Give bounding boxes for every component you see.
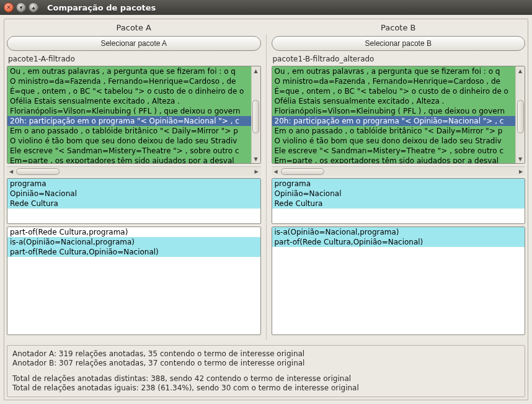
text-row[interactable]: O ministro=da=Fazenda , Fernando=Henriqu… bbox=[7, 76, 251, 86]
scroll-right-icon[interactable]: ▶ bbox=[516, 167, 525, 176]
relation-row[interactable]: part-of(Rede Cultura,Opinião=Nacional) bbox=[7, 247, 260, 257]
term-row[interactable]: Rede Cultura bbox=[7, 199, 260, 209]
scroll-thumb[interactable] bbox=[252, 100, 259, 133]
minimize-icon[interactable]: ▾ bbox=[16, 2, 26, 12]
term-row[interactable]: programa bbox=[7, 179, 260, 189]
panel-a-header: Pacote A bbox=[7, 22, 261, 34]
panel-a-text-list[interactable]: Ou , em outras palavras , a pergunta que… bbox=[7, 66, 261, 164]
stats-box: Anotador A: 319 relações anotadas, 35 co… bbox=[7, 345, 525, 397]
relation-row[interactable]: is-a(Opinião=Nacional,programa) bbox=[7, 237, 260, 247]
text-row[interactable]: O ministro=da=Fazenda , Fernando=Henriqu… bbox=[272, 76, 516, 86]
text-row[interactable]: Em=parte , os exportadores têm sido ajud… bbox=[272, 156, 516, 163]
panel-a-filename: pacote1-A-filtrado bbox=[7, 53, 261, 63]
panel-a: Pacote A Selecionar pacote A pacote1-A-f… bbox=[7, 22, 261, 343]
panel-b-header: Pacote B bbox=[272, 22, 526, 34]
horizontal-scrollbar[interactable]: ◀ ▶ bbox=[7, 166, 261, 176]
term-row[interactable]: programa bbox=[272, 179, 525, 189]
panel-a-relations-list[interactable]: part-of(Rede Cultura,programa)is-a(Opini… bbox=[7, 227, 261, 335]
panels-container: Pacote A Selecionar pacote A pacote1-A-f… bbox=[7, 22, 525, 343]
window-title: Comparação de pacotes bbox=[47, 3, 156, 12]
text-row[interactable]: Ofélia Estais sensualmente excitado , Al… bbox=[272, 96, 516, 106]
relation-row[interactable]: is-a(Opinião=Nacional,programa) bbox=[272, 227, 525, 237]
vertical-scrollbar[interactable]: ▲ ▼ bbox=[251, 66, 260, 163]
panel-b: Pacote B Selecionar pacote B pacote1-B-f… bbox=[272, 22, 526, 343]
panel-b-terms-list[interactable]: programaOpinião=NacionalRede Cultura bbox=[272, 178, 526, 224]
text-row[interactable]: Ofélia Estais sensualmente excitado , Al… bbox=[7, 96, 251, 106]
text-row[interactable]: O violino é tão bom que seu dono deixou … bbox=[7, 136, 251, 146]
panel-divider bbox=[266, 34, 267, 340]
select-package-b-button[interactable]: Selecionar pacote B bbox=[272, 36, 526, 51]
scroll-left-icon[interactable]: ◀ bbox=[7, 167, 16, 176]
scroll-thumb[interactable] bbox=[281, 168, 324, 175]
text-row[interactable]: É=que , ontem , o BC "< tabelou "> o cus… bbox=[7, 86, 251, 96]
term-row[interactable]: Opinião=Nacional bbox=[272, 189, 525, 199]
text-row[interactable]: Ou , em outras palavras , a pergunta que… bbox=[272, 66, 516, 76]
stats-line: Total de relações anotadas iguais: 238 (… bbox=[12, 384, 520, 393]
text-row[interactable]: Ele escreve "< Sandman=Mistery=Theatre "… bbox=[7, 146, 251, 156]
stats-line: Anotador B: 307 relações anotadas, 37 co… bbox=[12, 359, 520, 368]
panel-b-filename: pacote1-B-filtrado_alterado bbox=[272, 53, 526, 63]
vertical-scrollbar[interactable]: ▲ ▼ bbox=[515, 66, 525, 163]
scroll-up-icon[interactable]: ▲ bbox=[252, 66, 260, 75]
text-row[interactable]: Florianópolis=Vilson=Kleinubing ( PFL ) … bbox=[272, 106, 516, 116]
stats-line: Total de relações anotadas distintas: 38… bbox=[12, 374, 520, 384]
panel-b-text-list[interactable]: Ou , em outras palavras , a pergunta que… bbox=[272, 66, 526, 164]
text-row[interactable]: Ele escreve "< Sandman=Mistery=Theatre "… bbox=[272, 146, 516, 156]
outer-frame: Pacote A Selecionar pacote A pacote1-A-f… bbox=[4, 19, 528, 400]
scroll-left-icon[interactable]: ◀ bbox=[272, 167, 280, 176]
titlebar: ✕ ▾ ▴ Comparação de pacotes bbox=[0, 0, 532, 15]
select-package-a-button[interactable]: Selecionar pacote A bbox=[7, 36, 261, 51]
scroll-down-icon[interactable]: ▼ bbox=[516, 155, 525, 163]
text-row[interactable]: Ou , em outras palavras , a pergunta que… bbox=[7, 66, 251, 76]
term-row[interactable]: Opinião=Nacional bbox=[7, 189, 260, 199]
text-row[interactable]: Em o ano passado , o tablóide britânico … bbox=[7, 126, 251, 136]
text-row[interactable]: É=que , ontem , o BC "< tabelou "> o cus… bbox=[272, 86, 516, 96]
horizontal-scrollbar[interactable]: ◀ ▶ bbox=[272, 166, 526, 176]
text-row[interactable]: 20h: participação em o programa "< Opini… bbox=[7, 116, 251, 126]
stats-line: Anotador A: 319 relações anotadas, 35 co… bbox=[12, 349, 520, 359]
relation-row[interactable]: part-of(Rede Cultura,programa) bbox=[7, 227, 260, 237]
text-row[interactable]: 20h: participação em o programa "< Opini… bbox=[272, 116, 516, 126]
text-row[interactable]: O violino é tão bom que seu dono deixou … bbox=[272, 136, 516, 146]
scroll-thumb[interactable] bbox=[16, 168, 60, 175]
close-icon[interactable]: ✕ bbox=[4, 2, 14, 12]
scroll-down-icon[interactable]: ▼ bbox=[252, 155, 260, 163]
maximize-icon[interactable]: ▴ bbox=[29, 2, 38, 12]
panel-a-terms-list[interactable]: programaOpinião=NacionalRede Cultura bbox=[7, 178, 261, 224]
panel-b-relations-list[interactable]: is-a(Opinião=Nacional,programa)part-of(R… bbox=[272, 227, 526, 335]
relation-row[interactable]: part-of(Rede Cultura,Opinião=Nacional) bbox=[272, 237, 525, 247]
window-body: Pacote A Selecionar pacote A pacote1-A-f… bbox=[0, 15, 532, 404]
scroll-thumb[interactable] bbox=[517, 100, 524, 133]
text-row[interactable]: Florianópolis=Vilson=Kleinubing ( PFL ) … bbox=[7, 106, 251, 116]
scroll-up-icon[interactable]: ▲ bbox=[516, 66, 525, 75]
text-row[interactable]: Em o ano passado , o tablóide britânico … bbox=[272, 126, 516, 136]
scroll-right-icon[interactable]: ▶ bbox=[252, 167, 261, 176]
text-row[interactable]: Em=parte , os exportadores têm sido ajud… bbox=[7, 156, 251, 163]
term-row[interactable]: Rede Cultura bbox=[272, 199, 525, 209]
